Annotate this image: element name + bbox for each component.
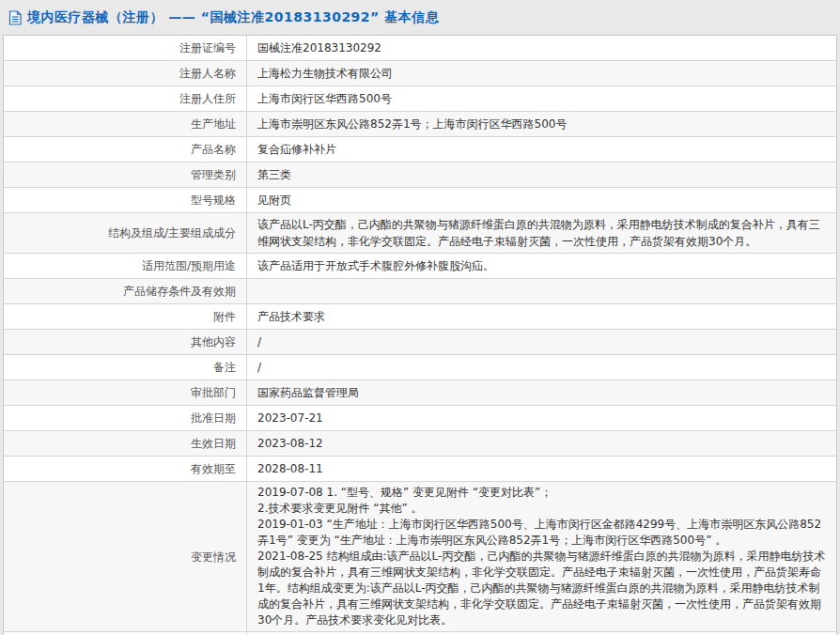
table-row: 注册人住所 上海市闵行区华西路500号 — [4, 85, 836, 111]
page-header: 境内医疗器械（注册） —— “国械注准20183130292” 基本信息 — [0, 0, 840, 35]
table-row: 生效日期 2023-08-12 — [4, 430, 836, 456]
row-label: 注册证编号 — [4, 36, 247, 60]
table-row: 有效期至 2028-08-11 — [4, 456, 836, 481]
table-row: 附件 产品技术要求 — [4, 303, 836, 329]
row-value: 国家药品监督管理局 — [247, 380, 836, 405]
row-label: 管理类别 — [4, 163, 247, 187]
row-value: 该产品适用于开放式手术腹腔外修补腹股沟疝。 — [247, 254, 836, 278]
document-icon — [8, 10, 22, 25]
row-label: 生产地址 — [4, 112, 247, 136]
row-value: 产品技术要求 — [247, 304, 836, 329]
table-row-note: 注 详情 — [4, 631, 836, 635]
row-label: 备注 — [4, 355, 247, 379]
row-value: 2019-07-08 1. “型号、规格” 变更见附件 “变更对比表”； 2.技… — [247, 482, 836, 631]
change-history-line: 2019-07-08 1. “型号、规格” 变更见附件 “变更对比表”； — [257, 485, 826, 501]
row-value: / — [247, 355, 836, 379]
row-value: 2023-08-12 — [247, 431, 836, 456]
table-row-change-history: 变更情况 2019-07-08 1. “型号、规格” 变更见附件 “变更对比表”… — [4, 481, 836, 631]
page-title: 境内医疗器械（注册） —— “国械注准20183130292” 基本信息 — [27, 9, 439, 26]
row-value: 2023-07-21 — [247, 406, 836, 430]
row-label: 有效期至 — [4, 457, 247, 481]
row-label: 注册人住所 — [4, 86, 247, 111]
row-label: 产品名称 — [4, 137, 247, 162]
change-history-line: 2.技术要求变更见附件 “其他” 。 — [257, 501, 826, 517]
table-row: 生产地址 上海市崇明区东风公路852弄1号；上海市闵行区华西路500号 — [4, 111, 836, 136]
table-row: 型号规格 见附页 — [4, 187, 836, 212]
row-value: 上海松力生物技术有限公司 — [247, 61, 836, 85]
change-history-line: 2019-01-03 “生产地址：上海市闵行区华西路500号、上海市闵行区金都路… — [257, 517, 826, 549]
row-value: 复合疝修补补片 — [247, 137, 836, 162]
row-value: / — [247, 330, 836, 354]
change-history-text: 2019-07-08 1. “型号、规格” 变更见附件 “变更对比表”； 2.技… — [257, 485, 826, 628]
table-row: 产品名称 复合疝修补补片 — [4, 136, 836, 162]
row-label: 结构及组成/主要组成成分 — [4, 213, 247, 253]
row-label: 型号规格 — [4, 188, 247, 212]
table-row: 注册人名称 上海松力生物技术有限公司 — [4, 60, 836, 85]
row-value: 2028-08-11 — [247, 457, 836, 481]
row-label: 注册人名称 — [4, 61, 247, 85]
row-label: 附件 — [4, 304, 247, 329]
row-value — [247, 279, 836, 303]
row-label: 适用范围/预期用途 — [4, 254, 247, 278]
row-value: 国械注准20183130292 — [247, 36, 836, 60]
change-history-line: 2021-08-25 结构组成由:该产品以L-丙交酯，己内酯的共聚物与猪源纤维蛋… — [257, 549, 826, 628]
table-row: 结构及组成/主要组成成分 该产品以L-丙交酯，己内酯的共聚物与猪源纤维蛋白原的共… — [4, 212, 836, 253]
table-row: 管理类别 第三类 — [4, 162, 836, 187]
table-row: 适用范围/预期用途 该产品适用于开放式手术腹腔外修补腹股沟疝。 — [4, 253, 836, 278]
row-value: 上海市崇明区东风公路852弄1号；上海市闵行区华西路500号 — [247, 112, 836, 136]
table-row: 批准日期 2023-07-21 — [4, 405, 836, 430]
table-row: 备注 / — [4, 354, 836, 379]
row-label: 变更情况 — [4, 482, 247, 631]
registration-info-table: 注册证编号 国械注准20183130292 注册人名称 上海松力生物技术有限公司… — [3, 35, 837, 635]
row-label: 产品储存条件及有效期 — [4, 279, 247, 303]
row-value: 上海市闵行区华西路500号 — [247, 86, 836, 111]
table-row: 其他内容 / — [4, 329, 836, 354]
table-row: 产品储存条件及有效期 — [4, 278, 836, 303]
row-value: 第三类 — [247, 163, 836, 187]
table-row: 注册证编号 国械注准20183130292 — [4, 36, 836, 60]
row-label: 其他内容 — [4, 330, 247, 354]
row-label: 批准日期 — [4, 406, 247, 430]
row-label: 生效日期 — [4, 431, 247, 456]
table-row: 审批部门 国家药品监督管理局 — [4, 379, 836, 405]
row-value: 见附页 — [247, 188, 836, 212]
row-label: 审批部门 — [4, 380, 247, 405]
row-value: 该产品以L-丙交酯，己内酯的共聚物与猪源纤维蛋白原的共混物为原料，采用静电纺技术… — [247, 213, 836, 253]
